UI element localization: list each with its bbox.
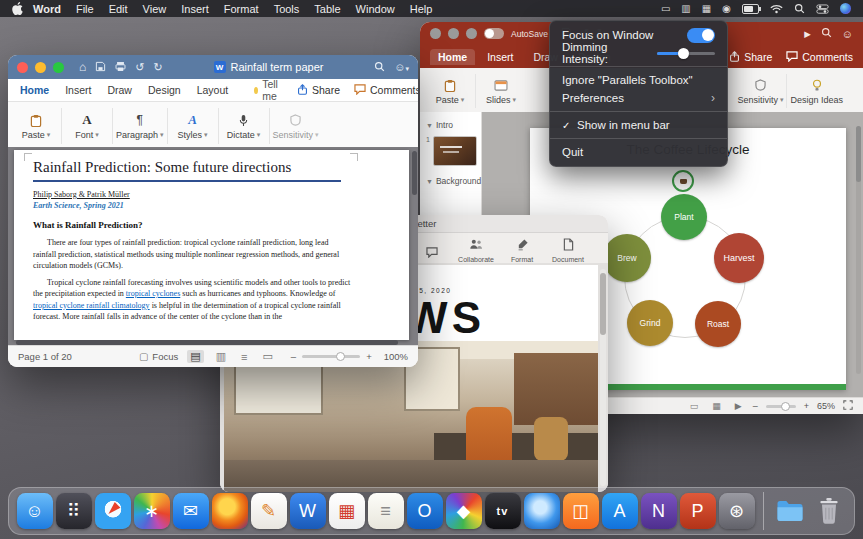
ribbon-styles[interactable]: AStyles▾ bbox=[171, 103, 215, 149]
control-center-icon[interactable] bbox=[816, 4, 829, 14]
share-button[interactable]: Share bbox=[729, 51, 772, 63]
dock-powerpoint[interactable]: P bbox=[680, 493, 716, 529]
tab-draw[interactable]: Draw bbox=[107, 84, 132, 96]
spotlight-icon[interactable] bbox=[794, 3, 805, 14]
print-layout-view-icon[interactable]: ▤ bbox=[187, 350, 203, 363]
comments-button[interactable]: Comments bbox=[354, 84, 418, 97]
menu-edit[interactable]: Edit bbox=[109, 3, 128, 15]
dimming-slider[interactable] bbox=[657, 52, 715, 55]
undo-icon[interactable]: ↺ bbox=[135, 61, 144, 74]
slideshow-icon[interactable]: ▶ bbox=[732, 401, 745, 411]
menu-item-preferences[interactable]: Preferences › bbox=[550, 89, 727, 107]
home-icon[interactable]: ⌂ bbox=[79, 60, 86, 74]
dock-finder[interactable]: ☺ bbox=[17, 493, 53, 529]
ribbon-font[interactable]: AFont▾ bbox=[65, 103, 109, 149]
dock-outlook[interactable]: O bbox=[407, 493, 443, 529]
cycle-node-plant[interactable]: Plant bbox=[661, 194, 707, 240]
zoom-slider[interactable] bbox=[766, 405, 796, 408]
close-button[interactable] bbox=[430, 28, 441, 39]
slide-thumbnail-image[interactable] bbox=[433, 136, 477, 166]
search-icon[interactable] bbox=[821, 27, 832, 40]
save-icon[interactable] bbox=[95, 61, 106, 74]
print-icon[interactable] bbox=[115, 61, 126, 74]
ribbon-dictate[interactable]: Dictate▾ bbox=[222, 103, 266, 149]
search-icon[interactable] bbox=[374, 58, 385, 76]
focus-toggle[interactable] bbox=[687, 28, 715, 43]
tab-home[interactable]: Home bbox=[430, 49, 475, 65]
ribbon-paragraph[interactable]: ¶Paragraph▾ bbox=[116, 103, 164, 149]
autosave-toggle[interactable] bbox=[484, 28, 504, 39]
menu-word[interactable]: Word bbox=[33, 3, 61, 15]
focus-button[interactable]: ▢ Focus bbox=[139, 351, 178, 362]
dock-launchpad[interactable]: ⠿ bbox=[56, 493, 92, 529]
menu-item-ignore-toolbox[interactable]: Ignore "Parallels Toolbox" bbox=[550, 71, 727, 89]
menu-item-quit[interactable]: Quit bbox=[550, 143, 727, 161]
slide-sorter-icon[interactable]: ▦ bbox=[709, 401, 724, 411]
word-page[interactable]: Rainfall Prediction: Some future directi… bbox=[14, 150, 409, 340]
dock-apple-tv[interactable]: tv bbox=[485, 493, 521, 529]
feedback-smiley-icon[interactable]: ☺ bbox=[842, 28, 853, 40]
word-titlebar[interactable]: ⌂ ↺ ↻ W Rainfall term paper ☺▾ bbox=[8, 55, 418, 79]
dock-downloads-folder[interactable] bbox=[772, 493, 808, 529]
dock-trash[interactable] bbox=[811, 493, 847, 529]
dock-safari[interactable] bbox=[95, 493, 131, 529]
slide-thumbnail-row[interactable]: 1 bbox=[420, 132, 481, 174]
tell-me-button[interactable]: Tell me bbox=[254, 78, 281, 102]
dock-app-store[interactable]: A bbox=[602, 493, 638, 529]
dock-firefox[interactable] bbox=[212, 493, 248, 529]
share-button[interactable]: Share bbox=[297, 84, 340, 97]
comments-button[interactable]: Comments bbox=[786, 51, 853, 63]
tab-layout[interactable]: Layout bbox=[197, 84, 229, 96]
tab-insert[interactable]: Insert bbox=[479, 49, 521, 65]
tab-home[interactable]: Home bbox=[20, 84, 49, 96]
redo-icon[interactable]: ↻ bbox=[153, 61, 162, 74]
slide-scrollbar[interactable] bbox=[856, 126, 861, 374]
normal-view-icon[interactable]: ▭ bbox=[687, 401, 702, 411]
hyperlink[interactable]: tropical cyclones bbox=[126, 289, 180, 298]
cycle-node-roast[interactable]: Roast bbox=[695, 301, 741, 347]
dock-photos[interactable]: ∗ bbox=[134, 493, 170, 529]
battery-icon[interactable] bbox=[742, 4, 759, 14]
dock-textedit[interactable]: ≡ bbox=[368, 493, 404, 529]
ribbon-design-ideas[interactable]: Design Ideas bbox=[790, 69, 843, 113]
dock-pages[interactable]: ✎ bbox=[251, 493, 287, 529]
zoom-slider[interactable] bbox=[302, 355, 360, 358]
menu-file[interactable]: File bbox=[76, 3, 94, 15]
comment-icon[interactable] bbox=[424, 241, 439, 263]
siri-icon[interactable] bbox=[840, 3, 851, 14]
collaborate-button[interactable]: Collaborate bbox=[453, 233, 499, 263]
menu-insert[interactable]: Insert bbox=[181, 3, 209, 15]
display-icon[interactable]: ▭ bbox=[661, 4, 670, 14]
dock-word[interactable]: W bbox=[290, 493, 326, 529]
ribbon-paste[interactable]: Paste▾ bbox=[428, 69, 472, 113]
eye-icon[interactable]: ◉ bbox=[722, 4, 731, 14]
dock-mail[interactable]: ✉ bbox=[173, 493, 209, 529]
fit-slide-icon[interactable] bbox=[843, 400, 853, 412]
menu-format[interactable]: Format bbox=[224, 3, 259, 15]
minimize-button[interactable] bbox=[448, 28, 459, 39]
ribbon-paste[interactable]: Paste▾ bbox=[14, 103, 58, 149]
parallels-icon[interactable]: ▥ bbox=[681, 4, 690, 14]
section-background[interactable]: ▼ Background bbox=[420, 174, 481, 188]
dock-pixelmator[interactable]: ◆ bbox=[446, 493, 482, 529]
format-button[interactable]: Format bbox=[499, 233, 545, 263]
zoom-in-icon[interactable]: + bbox=[804, 401, 809, 411]
dock-onenote[interactable]: N bbox=[641, 493, 677, 529]
cycle-node-harvest[interactable]: Harvest bbox=[714, 233, 764, 283]
menu-item-show-in-menu-bar[interactable]: ✓ Show in menu bar bbox=[550, 116, 727, 134]
zoom-button[interactable] bbox=[53, 62, 64, 73]
draft-view-icon[interactable]: ▭ bbox=[259, 350, 275, 363]
cycle-node-grind[interactable]: Grind bbox=[627, 300, 673, 346]
zoom-button[interactable] bbox=[466, 28, 477, 39]
feedback-smiley-icon[interactable]: ☺▾ bbox=[394, 61, 409, 73]
ribbon-slides[interactable]: Slides▾ bbox=[479, 69, 523, 113]
ribbon-sensitivity[interactable]: Sensitivity▾ bbox=[273, 103, 319, 149]
zoom-in-icon[interactable]: + bbox=[366, 351, 372, 362]
dock-messages[interactable] bbox=[524, 493, 560, 529]
dock-calendar[interactable]: ▦ bbox=[329, 493, 365, 529]
close-button[interactable] bbox=[17, 62, 28, 73]
minimize-button[interactable] bbox=[35, 62, 46, 73]
menu-tools[interactable]: Tools bbox=[274, 3, 300, 15]
menu-table[interactable]: Table bbox=[314, 3, 340, 15]
tab-design[interactable]: Design bbox=[148, 84, 181, 96]
